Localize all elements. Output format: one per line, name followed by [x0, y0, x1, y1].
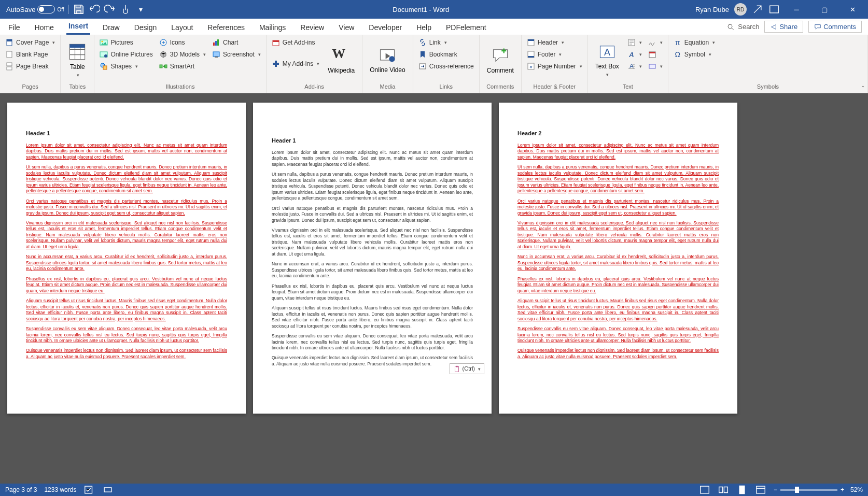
tab-draw[interactable]: Draw — [101, 20, 122, 35]
tab-pdfelement[interactable]: PDFelement — [444, 20, 488, 35]
svg-text:A: A — [604, 47, 610, 58]
macro-recording-icon[interactable] — [102, 485, 114, 494]
group-label-addins: Add-ins — [271, 82, 358, 92]
redo-icon[interactable] — [104, 4, 116, 15]
svg-rect-8 — [70, 44, 85, 48]
close-button[interactable]: ✕ — [841, 0, 864, 19]
page-2[interactable]: Header 1 Lorem ipsum dolor sit amet, con… — [253, 103, 492, 414]
svg-rect-17 — [165, 65, 167, 68]
cross-reference-button[interactable]: Cross-reference — [417, 61, 475, 72]
touch-mode-icon[interactable] — [120, 4, 131, 15]
focus-mode-icon[interactable] — [699, 485, 710, 494]
svg-text:#: # — [530, 65, 533, 69]
document-scroll[interactable]: Header 1 Lorem ipsum dolor sit amet, con… — [0, 93, 868, 484]
my-addins-button[interactable]: My Add-ins▾ — [271, 59, 320, 69]
equation-button[interactable]: πEquation▾ — [673, 37, 716, 48]
maximize-button[interactable]: ▢ — [813, 0, 836, 19]
minimize-button[interactable]: ─ — [785, 0, 808, 19]
save-icon[interactable] — [73, 4, 85, 15]
web-layout-icon[interactable] — [755, 485, 766, 494]
get-addins-button[interactable]: Get Add-ins — [271, 37, 320, 48]
quick-parts-button[interactable]: ▾ — [626, 37, 643, 48]
page-break-icon — [5, 62, 13, 70]
signature-button[interactable]: ▾ — [647, 37, 664, 48]
comments-button[interactable]: Comments — [808, 21, 862, 33]
svg-rect-22 — [215, 56, 218, 58]
zoom-out-icon[interactable]: − — [774, 486, 777, 493]
dropcap-icon: A — [627, 62, 636, 70]
word-count[interactable]: 1233 words — [44, 486, 76, 493]
zoom-in-icon[interactable]: + — [841, 486, 844, 493]
tab-help[interactable]: Help — [414, 20, 433, 35]
page-number-button[interactable]: #Page Number▾ — [526, 61, 583, 72]
coming-soon-icon[interactable] — [752, 4, 763, 15]
svg-rect-4 — [7, 51, 12, 58]
cross-ref-icon — [418, 62, 427, 70]
textbox-icon: A — [598, 42, 617, 61]
share-button[interactable]: Share — [764, 21, 803, 33]
autosave-toggle[interactable]: AutoSave Off — [6, 5, 64, 13]
tab-file[interactable]: File — [6, 20, 22, 35]
tab-insert[interactable]: Insert — [66, 19, 90, 35]
textbox-button[interactable]: A Text Box▾ — [592, 37, 622, 82]
tab-view[interactable]: View — [337, 20, 356, 35]
3d-models-button[interactable]: 3D Models▾ — [158, 49, 207, 60]
read-mode-icon[interactable] — [718, 485, 729, 494]
qat-more-icon[interactable]: ▾ — [135, 4, 147, 15]
page-1[interactable]: Header 1 Lorem ipsum dolor sit amet, con… — [7, 103, 246, 414]
undo-icon[interactable] — [89, 4, 100, 15]
cover-page-button[interactable]: Cover Page▾ — [4, 37, 56, 48]
page-number-icon: # — [527, 62, 535, 70]
link-button[interactable]: Link▾ — [417, 37, 475, 48]
tab-design[interactable]: Design — [132, 20, 159, 35]
online-pictures-button[interactable]: Online Pictures — [99, 49, 153, 60]
smartart-icon — [159, 62, 167, 70]
print-layout-icon[interactable] — [736, 485, 748, 494]
ribbon-display-icon[interactable] — [768, 4, 780, 15]
tell-me-search[interactable]: Search — [726, 23, 759, 31]
tab-mailings[interactable]: Mailings — [257, 20, 288, 35]
online-video-button[interactable]: Online Video — [367, 37, 409, 82]
comment-button[interactable]: Comment — [484, 37, 517, 82]
collapse-ribbon-icon[interactable]: ⌃ — [861, 85, 865, 91]
group-label-media: Media — [367, 82, 409, 92]
date-time-button[interactable] — [647, 49, 664, 60]
page-indicator[interactable]: Page 3 of 3 — [5, 486, 37, 493]
store-icon — [272, 38, 280, 47]
header-button[interactable]: Header▾ — [526, 37, 583, 48]
chart-button[interactable]: Chart — [211, 37, 262, 48]
wordart-button[interactable]: A▾ — [626, 49, 643, 60]
shapes-button[interactable]: Shapes▾ — [99, 61, 153, 72]
pictures-button[interactable]: Pictures — [99, 37, 153, 48]
zoom-level[interactable]: 52% — [850, 486, 863, 493]
group-headerfooter: Header▾ Footer▾ #Page Number▾ Header & F… — [522, 35, 588, 93]
zoom-control[interactable]: − + 52% — [774, 486, 863, 493]
spellcheck-icon[interactable] — [83, 485, 95, 494]
toggle-off-icon — [37, 5, 55, 13]
page-break-button[interactable]: Page Break — [4, 61, 56, 72]
user-avatar[interactable]: RD — [734, 3, 747, 16]
zoom-slider[interactable] — [780, 489, 837, 491]
tab-home[interactable]: Home — [33, 20, 56, 35]
table-button[interactable]: Table▾ — [65, 37, 90, 82]
footer-button[interactable]: Footer▾ — [526, 49, 583, 60]
group-tables: Table▾ Tables — [61, 35, 94, 93]
page-3[interactable]: Header 2 Lorem ipsum dolor sit amet, con… — [499, 103, 737, 414]
tab-references[interactable]: References — [205, 20, 247, 35]
tab-review[interactable]: Review — [298, 20, 326, 35]
svg-rect-5 — [7, 63, 12, 66]
paste-options-button[interactable]: (Ctrl)▾ — [450, 363, 484, 374]
tab-developer[interactable]: Developer — [367, 20, 404, 35]
icons-button[interactable]: Icons — [158, 37, 207, 48]
tab-layout[interactable]: Layout — [169, 20, 195, 35]
symbol-button[interactable]: ΩSymbol▾ — [673, 49, 716, 60]
smartart-button[interactable]: SmartArt — [158, 61, 207, 72]
bookmark-button[interactable]: Bookmark — [417, 49, 475, 60]
drop-cap-button[interactable]: A▾ — [626, 61, 643, 72]
group-comments: Comment Comments — [480, 35, 522, 93]
blank-page-button[interactable]: Blank Page — [4, 49, 56, 60]
object-button[interactable]: ▾ — [647, 61, 664, 72]
wikipedia-button[interactable]: W Wikipedia — [325, 37, 358, 82]
screenshot-button[interactable]: Screenshot▾ — [211, 49, 262, 60]
svg-rect-42 — [456, 365, 458, 367]
